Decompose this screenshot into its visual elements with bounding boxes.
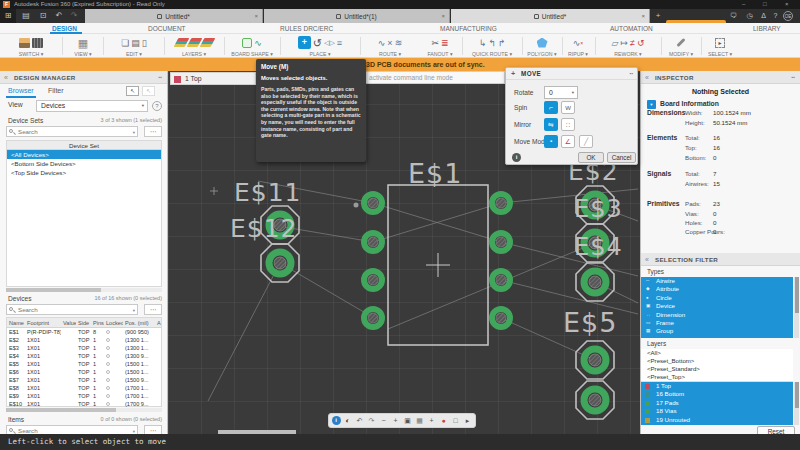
switch-3d-pcb-icon[interactable] [32, 38, 43, 48]
close-window-button[interactable]: × [785, 0, 789, 9]
table-row[interactable]: E$91X01TOP1(1700 1... [7, 392, 161, 400]
mirror-off-button[interactable]: ⇋ [544, 118, 558, 131]
polygon-icon[interactable] [537, 38, 548, 48]
route-multi-icon[interactable]: ≋ [395, 37, 403, 49]
help-icon[interactable]: ? [770, 11, 781, 21]
grid-settings-icon[interactable]: ▦ [415, 415, 425, 426]
info-icon[interactable]: i [512, 153, 521, 162]
copy-icon[interactable]: ❏ [121, 37, 129, 49]
rotate-select[interactable]: 0 ▾ [544, 86, 578, 99]
ref-label-E1[interactable]: E$1 [408, 158, 462, 189]
rework-diff-icon[interactable]: ≠ [630, 37, 635, 49]
layer-item-vias[interactable]: 18 Vias [641, 407, 793, 415]
caret-down-icon[interactable]: ▾ [133, 305, 135, 316]
board-resize-icon[interactable]: ∿ [254, 37, 262, 49]
collapse-panel-icon[interactable]: « [645, 253, 649, 266]
move-tool-icon-active[interactable]: + [298, 36, 311, 49]
collapse-panel-icon[interactable]: « [4, 71, 8, 84]
type-item-frame[interactable]: ▭Frame [641, 319, 793, 327]
table-row[interactable]: E$101X01TOP1(1700 9... [7, 400, 161, 408]
file-menu-icon[interactable]: ▤ [20, 9, 32, 23]
box-select-icon[interactable]: □ [451, 415, 461, 426]
redo-icon[interactable]: ↷ [68, 9, 80, 23]
locked-checkbox[interactable] [106, 346, 110, 350]
type-item-circle[interactable]: ●Circle [641, 294, 793, 302]
ref-label-E11[interactable]: E$11 [234, 178, 302, 207]
cursor-mode-icon[interactable]: ▸ [463, 415, 473, 426]
tab-untitled-1[interactable]: Untitled* × [85, 9, 263, 23]
active-layer-chip[interactable]: 1 Top [170, 72, 256, 85]
undo-view-icon[interactable]: ↶ [355, 415, 365, 426]
delete-icon[interactable]: ▯ [142, 37, 147, 49]
locked-checkbox[interactable] [106, 362, 110, 366]
table-row[interactable]: E$31X01TOP1(1300 1... [7, 344, 161, 352]
type-item-group[interactable]: ▦Group [641, 327, 793, 335]
close-tab-icon[interactable]: × [254, 13, 258, 19]
vertex-dot[interactable] [354, 203, 359, 208]
collapse-panel-icon[interactable]: « [645, 71, 649, 84]
panel-options-icon[interactable]: ▪▪ [158, 71, 162, 84]
locked-checkbox[interactable] [106, 370, 110, 374]
type-item-dimension[interactable]: ↔Dimension [641, 311, 793, 319]
preset-top[interactable]: <Preset_Top> [641, 373, 793, 381]
quick-route-bundle-icon[interactable]: ↱ [498, 37, 506, 49]
grid-view-icon[interactable]: ▦ [78, 37, 88, 49]
locked-checkbox[interactable] [106, 394, 110, 398]
redo-view-icon[interactable]: ↷ [367, 415, 377, 426]
tab-document[interactable]: DOCUMENT [148, 23, 186, 34]
device-set-column-header[interactable]: Device Set [7, 141, 161, 150]
type-item-airwire[interactable]: ─Airwire [641, 277, 793, 285]
ref-label-E4[interactable]: E$4 [574, 233, 623, 261]
locked-checkbox[interactable] [106, 330, 110, 334]
search-input[interactable]: ▾ [6, 126, 138, 137]
route-wire-icon[interactable]: ∿ [378, 37, 386, 49]
paste-icon[interactable]: ▤ [131, 37, 140, 49]
mirror-icon[interactable]: ◁▷ [324, 37, 335, 49]
preset-standard[interactable]: <Preset_Standard> [641, 365, 793, 373]
close-tab-icon[interactable]: × [441, 13, 445, 19]
devices-hscrollbar[interactable] [6, 408, 162, 412]
route-cross-icon[interactable]: × [387, 37, 392, 49]
feedback-icon[interactable]: 🗨 [728, 11, 739, 21]
maximize-button[interactable]: □ [763, 0, 767, 9]
layer-item-pads[interactable]: 17 Pads [641, 399, 793, 407]
fanout-stack-icon[interactable]: ≣ [441, 37, 449, 49]
ripup-icon[interactable]: ∿× [573, 37, 583, 49]
notifications-clock-icon[interactable]: ◷ [744, 11, 755, 21]
tab-filter[interactable]: Filter [48, 84, 64, 98]
record-icon[interactable]: ● [439, 415, 449, 426]
canvas-hscrollbar[interactable] [218, 430, 296, 434]
preset-all[interactable]: <All> [641, 349, 793, 357]
locked-checkbox[interactable] [106, 354, 110, 358]
dialog-collapse-icon[interactable]: ▪▪ [630, 68, 633, 80]
tab-untitled-3-active[interactable]: Untitled* × [451, 9, 650, 23]
close-tab-icon[interactable]: × [641, 13, 645, 19]
switch-schematic-icon[interactable] [19, 38, 30, 48]
tab-library[interactable]: LIBRARY [753, 23, 781, 34]
spin-off-button[interactable]: W [561, 101, 575, 114]
types-vscrollbar[interactable] [794, 277, 799, 338]
ref-label-E5[interactable]: E$5 [563, 307, 617, 338]
type-item-attribute[interactable]: ◆Attribute [641, 285, 793, 293]
move-mode-diagonal-button[interactable]: ╱ [579, 135, 593, 148]
rotate-icon[interactable]: ↺ [313, 37, 322, 49]
layer-item-unrouted[interactable]: 19 Unrouted [641, 416, 793, 424]
locked-checkbox[interactable] [106, 338, 110, 342]
list-item-all-devices[interactable]: <All Devices> [7, 150, 161, 159]
tab-rules-drc-erc[interactable]: RULES DRC/ERC [280, 23, 333, 34]
minimize-button[interactable]: – [742, 0, 745, 9]
display-settings-icon[interactable]: ◐ [343, 415, 353, 426]
locked-checkbox[interactable] [106, 402, 110, 406]
tab-untitled-2[interactable]: Untitled*(1) × [264, 9, 450, 23]
preset-bottom[interactable]: <Preset_Bottom> [641, 357, 793, 365]
table-row[interactable]: E$71X01TOP1(1500 9... [7, 376, 161, 384]
panel-options-icon[interactable]: ▪▪ [791, 71, 795, 84]
avatar[interactable]: OE [783, 11, 793, 21]
align-icon[interactable]: ≡ [337, 37, 342, 49]
list-item-top-side[interactable]: <Top Side Devices> [7, 168, 161, 177]
type-item-device[interactable]: ▣Device [641, 302, 793, 310]
list-item-bottom-side[interactable]: <Bottom Side Devices> [7, 159, 161, 168]
tab-manufacturing[interactable]: MANUFACTURING [440, 23, 497, 34]
zoom-in-icon[interactable]: + [391, 415, 401, 426]
zoom-out-icon[interactable]: − [379, 415, 389, 426]
